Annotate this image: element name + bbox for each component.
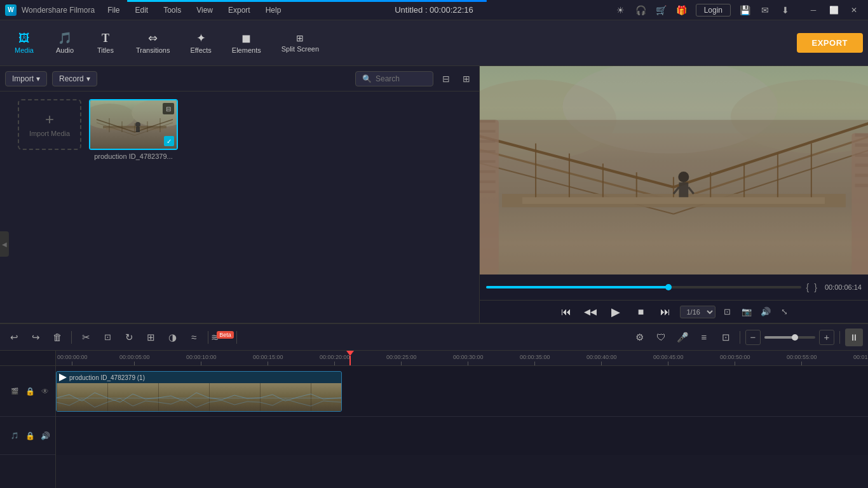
volume-icon[interactable]: 🔊 [759, 305, 773, 319]
separator-1 [71, 331, 72, 344]
svg-rect-15 [136, 127, 140, 132]
playback-controls: ⏮ ◀◀ ▶ ■ ⏭ 1/16 1/8 1/4 1/2 Full ⊡ 📷 🔊 ⤡ [480, 300, 868, 323]
scrubber[interactable] [486, 286, 801, 288]
headphone-icon[interactable]: 🎧 [635, 4, 648, 17]
bracket-left-icon[interactable]: { [806, 282, 810, 292]
clip-play-icon [59, 374, 67, 381]
tool-audio[interactable]: 🎵 Audio [46, 29, 84, 58]
import-dropdown[interactable]: Import ▾ [5, 71, 47, 86]
zoom-handle[interactable] [792, 334, 798, 341]
mic-icon[interactable]: 🎤 [674, 329, 691, 346]
transform-button[interactable]: ⊞ [142, 329, 159, 346]
delete-button[interactable]: 🗑 [48, 329, 66, 346]
login-button[interactable]: Login [696, 4, 731, 17]
scrubber-handle[interactable] [665, 284, 672, 290]
download-icon[interactable]: ⬇ [779, 4, 792, 17]
zoom-slider[interactable] [764, 336, 815, 339]
fit-to-screen-icon[interactable]: ⊡ [721, 305, 735, 319]
audio-track-header-icons: 🎵 🔒 🔊 [8, 430, 51, 442]
ruler-tick-9: 00:00:45:00 [653, 354, 684, 365]
gift-icon[interactable]: 🎁 [675, 4, 688, 17]
menu-export[interactable]: Export [226, 4, 253, 16]
save-icon[interactable]: 💾 [738, 4, 751, 17]
tool-media[interactable]: 🖼 Media [5, 29, 43, 58]
menu-help[interactable]: Help [263, 4, 284, 16]
media-toolbar: Import ▾ Record ▾ 🔍 ⊟ ⊞ [0, 66, 479, 92]
media-content: ◀ + Import Media [0, 92, 479, 323]
ruler-tick-1: 00:00:05:00 [119, 354, 150, 365]
settings-icon[interactable]: ⚙ [630, 329, 648, 346]
speed-button[interactable]: ≋ Beta [214, 329, 231, 346]
transition-icon[interactable]: ≡ [695, 329, 713, 346]
preview-panel: { } 00:00:06:14 ⏮ ◀◀ ▶ ■ ⏭ 1/16 1/8 1/4 … [480, 66, 868, 323]
zoom-fill [764, 336, 795, 339]
timeline-tracks-left: 🎬 🔒 👁 🎵 🔒 🔊 [0, 351, 56, 488]
media-panel: Import ▾ Record ▾ 🔍 ⊟ ⊞ ◀ + Import Media [0, 66, 480, 323]
plus-icon: + [45, 112, 54, 127]
timeline-pause-button[interactable]: ⏸ [845, 329, 863, 346]
tool-split-screen[interactable]: ⊞ Split Screen [273, 30, 328, 57]
zoom-in-button[interactable]: + [819, 330, 834, 345]
color-button[interactable]: ◑ [163, 329, 181, 346]
tool-titles[interactable]: T Titles [86, 29, 125, 58]
search-input[interactable] [376, 74, 426, 83]
screenshot-icon[interactable]: 📷 [740, 305, 754, 319]
thumbnail-check-icon: ✓ [164, 136, 174, 146]
layout-icon[interactable]: ⊡ [717, 329, 735, 346]
separator-5 [839, 331, 840, 344]
cart-icon[interactable]: 🛒 [655, 4, 668, 17]
video-visibility-icon[interactable]: 👁 [39, 385, 51, 398]
menu-file[interactable]: File [105, 4, 122, 16]
menu-tools[interactable]: Tools [161, 4, 184, 16]
menu-view[interactable]: View [194, 4, 215, 16]
export-button[interactable]: EXPORT [797, 33, 863, 53]
frame-back-button[interactable]: ◀◀ [581, 302, 600, 322]
mail-icon[interactable]: ✉ [759, 4, 771, 17]
video-preview [480, 66, 868, 274]
audio-button[interactable]: ≈ [185, 329, 203, 346]
ruler-tick-4: 00:00:20:00 [320, 354, 350, 365]
close-button[interactable]: ✕ [845, 3, 863, 17]
record-dropdown[interactable]: Record ▾ [52, 71, 97, 86]
video-lock-icon[interactable]: 🔒 [24, 385, 36, 398]
media-thumbnail[interactable]: ⊟ ✓ [89, 99, 178, 150]
ruler-tick-3: 00:00:15:00 [253, 354, 283, 365]
video-clip[interactable]: production ID_4782379 (1) [56, 371, 342, 412]
collapse-button[interactable]: ◀ [0, 231, 9, 257]
fullscreen-icon[interactable]: ⤡ [778, 305, 792, 319]
filter-icon[interactable]: ⊟ [438, 71, 454, 86]
bracket-right-icon[interactable]: } [814, 282, 817, 292]
quality-select[interactable]: 1/16 1/8 1/4 1/2 Full [680, 306, 715, 318]
import-label: Import [12, 74, 34, 83]
maximize-button[interactable]: ⬜ [825, 3, 843, 17]
sun-icon[interactable]: ☀ [614, 4, 627, 17]
thumbnail-info-icon[interactable]: ⊟ [163, 103, 174, 114]
redo-button[interactable]: ↪ [27, 329, 44, 346]
step-forward-button[interactable]: ⏭ [656, 302, 675, 322]
transitions-label: Transitions [136, 46, 170, 54]
tool-effects[interactable]: ✦ Effects [181, 29, 220, 58]
audio-lock-icon[interactable]: 🔒 [24, 430, 36, 442]
minimize-button[interactable]: ─ [804, 3, 822, 17]
media-label: Media [15, 46, 34, 54]
ruler-tick-5: 00:00:25:00 [386, 354, 417, 365]
video-track-header: 🎬 🔒 👁 [0, 366, 55, 417]
cut-button[interactable]: ✂ [77, 329, 95, 346]
step-back-button[interactable]: ⏮ [557, 302, 576, 322]
crop-button[interactable]: ⊡ [98, 329, 116, 346]
rotate-button[interactable]: ↻ [120, 329, 138, 346]
view-options-icon[interactable]: ⊞ [459, 71, 474, 86]
play-button[interactable]: ▶ [605, 301, 627, 323]
tool-transitions[interactable]: ⇔ Transitions [127, 29, 179, 58]
ruler-tick-6: 00:00:30:00 [453, 354, 484, 365]
clip-thumbnail-strip [57, 383, 341, 412]
shield-icon[interactable]: 🛡 [652, 329, 670, 346]
stop-button[interactable]: ■ [632, 302, 651, 322]
audio-volume-icon[interactable]: 🔊 [39, 430, 51, 442]
main-content: Import ▾ Record ▾ 🔍 ⊟ ⊞ ◀ + Import Media [0, 66, 868, 323]
tool-elements[interactable]: ◼ Elements [223, 29, 270, 58]
zoom-out-button[interactable]: − [745, 330, 761, 345]
menu-edit[interactable]: Edit [133, 4, 151, 16]
undo-button[interactable]: ↩ [5, 329, 23, 346]
import-media-button[interactable]: + Import Media [18, 99, 81, 150]
